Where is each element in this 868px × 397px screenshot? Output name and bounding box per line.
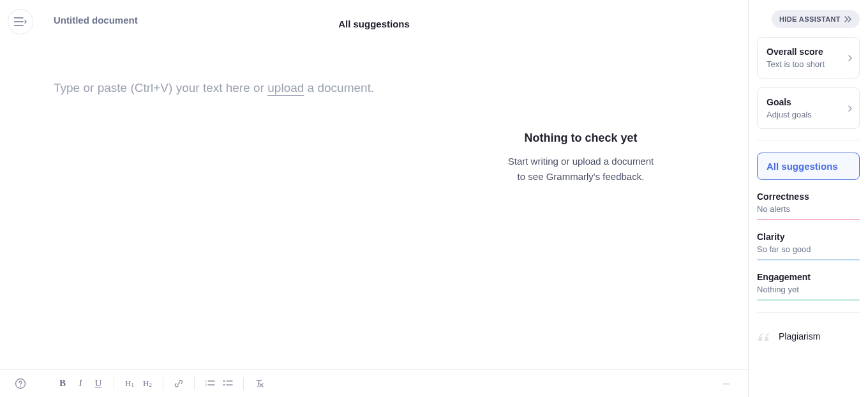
- category-title: Correctness: [757, 191, 860, 202]
- plagiarism-label: Plagiarism: [779, 331, 820, 341]
- hide-assistant-label: HIDE ASSISTANT: [779, 15, 841, 23]
- goals-sub: Adjust goals: [767, 110, 850, 119]
- category-sub: So far so good: [757, 244, 860, 254]
- hamburger-icon: [14, 17, 27, 26]
- hide-assistant-button[interactable]: HIDE ASSISTANT: [772, 10, 860, 28]
- panel-separator: [757, 140, 860, 141]
- category-engagement[interactable]: Engagement Nothing yet: [757, 269, 860, 301]
- clear-formatting-button[interactable]: [250, 375, 268, 393]
- overall-score-card[interactable]: Overall score Text is too short: [757, 37, 860, 79]
- category-bar: [757, 259, 860, 260]
- empty-state-line2: to see Grammarly's feedback.: [518, 171, 645, 182]
- svg-point-9: [223, 380, 225, 382]
- chevron-right-double-icon: [844, 16, 852, 22]
- format-toolbar: B I U H1 H2 1 2: [0, 369, 748, 397]
- svg-point-4: [20, 385, 21, 386]
- toolbar-separator: [114, 377, 114, 390]
- empty-state-title: Nothing to check yet: [428, 131, 734, 145]
- empty-state-body: Start writing or upload a document to se…: [428, 154, 734, 184]
- toolbar-separator: [194, 377, 195, 390]
- category-all-suggestions[interactable]: All suggestions: [757, 153, 860, 180]
- underline-button[interactable]: U: [89, 375, 107, 393]
- svg-point-10: [223, 384, 225, 386]
- assistant-panel: HIDE ASSISTANT Overall score Text is too…: [749, 0, 868, 397]
- category-title: Engagement: [757, 272, 860, 282]
- overall-score-sub: Text is too short: [767, 59, 850, 69]
- clear-format-icon: [254, 378, 264, 389]
- quote-icon: [757, 331, 771, 342]
- help-button[interactable]: [11, 375, 29, 393]
- main-editor-area: Untitled document All suggestions Type o…: [0, 0, 749, 397]
- goals-card[interactable]: Goals Adjust goals: [757, 87, 860, 129]
- menu-button[interactable]: [8, 9, 33, 34]
- collapse-toolbar-button[interactable]: –: [719, 375, 737, 393]
- bullet-list-button[interactable]: [219, 375, 237, 393]
- numbered-list-button[interactable]: 1 2: [201, 375, 219, 393]
- toolbar-separator: [163, 377, 163, 390]
- unordered-list-icon: [223, 379, 233, 388]
- link-button[interactable]: [170, 375, 188, 393]
- h2-button[interactable]: H2: [138, 375, 156, 393]
- toolbar-separator: [243, 377, 244, 390]
- upload-link[interactable]: upload: [267, 81, 304, 96]
- ordered-list-icon: 1 2: [205, 379, 215, 388]
- category-clarity[interactable]: Clarity So far so good: [757, 229, 860, 260]
- italic-button[interactable]: I: [71, 375, 89, 393]
- empty-state-line1: Start writing or upload a document: [508, 156, 654, 167]
- overall-score-title: Overall score: [767, 47, 850, 57]
- category-correctness[interactable]: Correctness No alerts: [757, 189, 860, 220]
- chevron-right-icon: [848, 54, 853, 62]
- document-title[interactable]: Untitled document: [54, 15, 138, 26]
- panel-separator: [757, 312, 860, 313]
- h1-button[interactable]: H1: [121, 375, 138, 393]
- category-title: Clarity: [757, 232, 860, 242]
- chevron-right-icon: [848, 105, 853, 112]
- category-bar: [757, 219, 860, 220]
- editor-placeholder-suffix: a document.: [304, 81, 374, 94]
- goals-title: Goals: [767, 97, 850, 107]
- category-sub: Nothing yet: [757, 285, 860, 294]
- category-sub: No alerts: [757, 204, 860, 214]
- plagiarism-button[interactable]: Plagiarism: [757, 324, 860, 348]
- bold-button[interactable]: B: [54, 375, 71, 393]
- svg-text:2: 2: [205, 383, 207, 387]
- editor-input[interactable]: Type or paste (Ctrl+V) your text here or…: [54, 79, 391, 98]
- help-icon: [15, 378, 26, 389]
- link-icon: [174, 378, 184, 389]
- editor-placeholder-prefix: Type or paste (Ctrl+V) your text here or: [54, 81, 267, 94]
- category-bar: [757, 299, 860, 301]
